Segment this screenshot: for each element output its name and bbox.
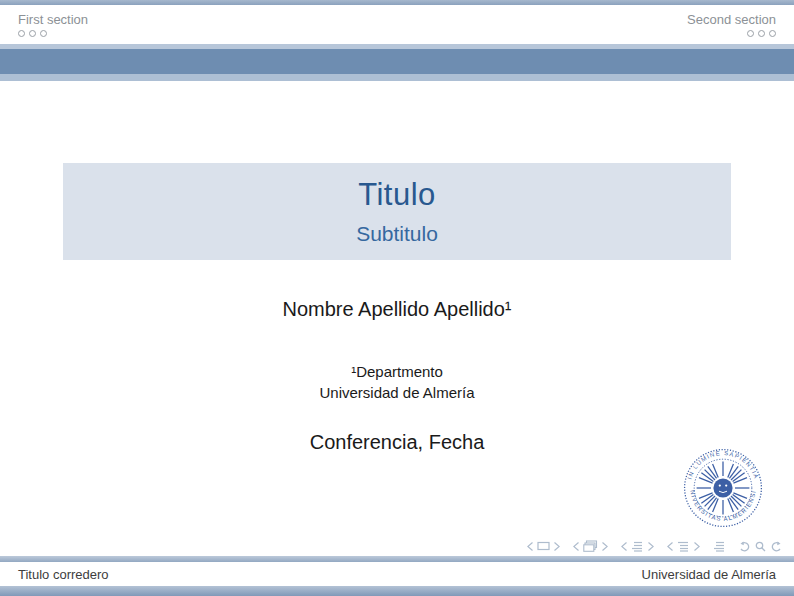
institute-block: ¹Departmento Universidad de Almería: [0, 361, 794, 403]
prev-frame-icon[interactable]: [573, 542, 579, 551]
nav-history-group: [739, 541, 782, 552]
nav-appendix-group: [713, 541, 726, 552]
band-strip-light-bottom: [0, 74, 794, 81]
next-section-icon[interactable]: [694, 542, 700, 551]
slide-subtitle: Subtitulo: [63, 222, 731, 246]
back-icon[interactable]: [739, 541, 751, 552]
beamer-navigation-bar: [519, 539, 782, 553]
section-label-second[interactable]: Second section: [687, 12, 776, 27]
next-subsection-icon[interactable]: [648, 542, 654, 551]
institute-department: ¹Departmento: [0, 361, 794, 382]
frame-dots-first: [18, 30, 88, 37]
footline-institute: Universidad de Almería: [642, 567, 776, 582]
search-icon[interactable]: [755, 541, 766, 552]
nav-slide-group: [527, 541, 560, 551]
title-block: Titulo Subtitulo: [63, 163, 731, 260]
nav-subsection-group: [621, 541, 654, 552]
frame-icon[interactable]: [537, 541, 550, 551]
bottom-accent-bar: [0, 586, 794, 596]
headline: First section Second section: [0, 5, 794, 44]
footline-short-title: Titulo corredero: [18, 567, 109, 582]
forward-icon[interactable]: [770, 541, 782, 552]
frame-dot[interactable]: [40, 30, 47, 37]
author-name: Nombre Apellido Apellido¹: [0, 298, 794, 321]
institute-university: Universidad de Almería: [0, 382, 794, 403]
conference-date: Conferencia, Fecha: [0, 431, 794, 454]
section-list-icon[interactable]: [677, 541, 690, 552]
header-band: [0, 44, 794, 81]
footline: Titulo corredero Universidad de Almería: [0, 562, 794, 586]
band-strip-mid: [0, 49, 794, 74]
nav-frame-group: [573, 540, 608, 552]
frame-overlay-icon[interactable]: [583, 540, 598, 552]
frame-dots-second: [687, 30, 776, 37]
section-label-first[interactable]: First section: [18, 12, 88, 27]
header-section-second: Second section: [687, 12, 776, 37]
frame-dot[interactable]: [747, 30, 754, 37]
header-section-first: First section: [18, 12, 88, 37]
nav-section-group: [667, 541, 700, 552]
appendix-icon[interactable]: [713, 541, 726, 552]
frame-dot[interactable]: [758, 30, 765, 37]
beamer-title-slide: First section Second section Titulo Subt…: [0, 0, 794, 596]
prev-subsection-icon[interactable]: [621, 542, 627, 551]
frame-dot[interactable]: [769, 30, 776, 37]
subsection-list-icon[interactable]: [631, 541, 644, 552]
prev-section-icon[interactable]: [667, 542, 673, 551]
prev-slide-icon[interactable]: [527, 542, 533, 551]
slide-title: Titulo: [63, 177, 731, 213]
next-frame-icon[interactable]: [602, 542, 608, 551]
university-seal-logo: IN LUMINE SAPIENTIA UNIVERSITAS ALMERIEN…: [683, 448, 763, 528]
seal-sun-face: [713, 478, 732, 497]
frame-dot[interactable]: [18, 30, 25, 37]
next-slide-icon[interactable]: [554, 542, 560, 551]
frame-dot[interactable]: [29, 30, 36, 37]
